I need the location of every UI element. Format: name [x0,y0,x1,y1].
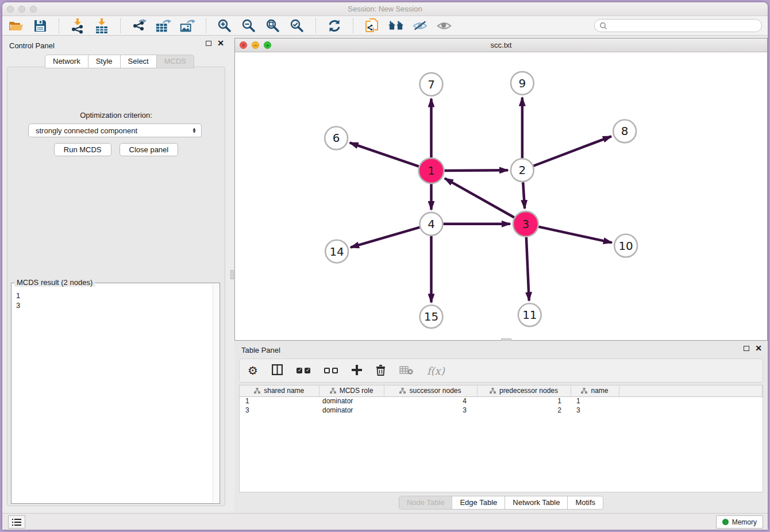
table-cell[interactable]: 1 [240,396,319,406]
tab-mcds[interactable]: MCDS [157,55,194,68]
node-label-3: 3 [522,218,529,231]
import-table-icon[interactable] [94,18,110,34]
zoom-out-icon[interactable] [241,18,257,34]
column-header-predecessor-nodes[interactable]: predecessor nodes [477,385,571,396]
search-input[interactable] [610,22,757,30]
node-label-2: 2 [519,164,526,177]
network-view-window: ✕ − + scc.txt 1234678910111415 [234,38,768,341]
table-tabs: Node TableEdge TableNetwork TableMotifs [234,496,768,510]
deselect-all-checkboxes-icon[interactable] [324,368,338,373]
tab-node-table[interactable]: Node Table [399,496,453,510]
list-icon [12,519,21,526]
table-body: 1dominator4113dominator323 [240,396,763,415]
copy-network-icon[interactable] [364,18,380,34]
task-history-button[interactable] [8,515,25,529]
panel-splitter[interactable] [230,36,234,513]
edge-2-8[interactable] [533,136,611,165]
table-cell[interactable]: 1 [571,396,619,406]
edge-3-10[interactable] [538,227,612,243]
first-neighbors-icon[interactable] [388,18,404,34]
select-all-checkboxes-icon[interactable] [297,368,310,373]
edge-3-1[interactable] [445,178,514,217]
table-row[interactable]: 3dominator323 [240,406,763,415]
app-window: Session: New Session [2,2,768,530]
toolbar-separator [120,18,121,33]
table-cell[interactable]: dominator [319,396,384,406]
search-box[interactable] [594,19,762,32]
network-window-titlebar[interactable]: ✕ − + scc.txt [235,38,767,52]
edge-4-14[interactable] [351,228,419,248]
node-label-6: 6 [333,132,340,145]
export-table-icon[interactable] [155,18,171,34]
table-cell[interactable]: 3 [571,406,619,415]
edge-1-2[interactable] [444,170,508,171]
delete-table-icon[interactable] [399,365,413,376]
split-columns-icon[interactable] [272,364,283,377]
node-label-8: 8 [621,125,629,138]
column-header-successor-nodes[interactable]: successor nodes [384,385,477,396]
column-header-name[interactable]: name [571,385,619,396]
node-label-7: 7 [428,78,435,91]
zoom-fit-icon[interactable] [265,18,281,34]
memory-button[interactable]: Memory [716,515,763,529]
table-cell-filler [619,396,763,406]
hide-selected-icon[interactable] [412,18,428,34]
node-label-4: 4 [428,218,435,231]
export-network-icon[interactable] [131,18,147,34]
table-panel: Table Panel ✕ ⚙ f(x) shared n [234,341,768,513]
column-header-shared-name[interactable]: shared name [240,385,319,396]
tab-edge-table[interactable]: Edge Table [452,496,505,510]
mcds-result-box: MCDS result (2 nodes) 13 [11,283,220,504]
export-image-icon[interactable] [179,18,195,34]
app-titlebar: Session: New Session [2,2,768,16]
column-header-MCDS-role[interactable]: MCDS role [319,385,384,396]
table-row[interactable]: 1dominator411 [240,396,763,406]
zoom-in-icon[interactable] [217,18,233,34]
import-network-icon[interactable] [70,18,86,34]
table-cell[interactable]: 3 [240,406,319,415]
dropdown-value: strongly connected component [36,126,192,135]
apply-function-icon[interactable]: f(x) [427,365,445,377]
toolbar-separator [353,18,353,33]
control-panel: Control Panel ✕ NetworkStyleSelectMCDS O… [2,36,230,513]
float-panel-icon[interactable] [206,41,211,46]
splitter-handle-icon[interactable] [230,270,234,279]
save-session-icon[interactable] [32,18,48,34]
zoom-selected-icon[interactable] [289,18,305,34]
settings-gear-icon[interactable]: ⚙ [248,364,258,377]
result-scrollbar[interactable] [213,284,219,503]
toolbar-separator [315,18,316,33]
tab-motifs[interactable]: Motifs [568,496,603,510]
graph-svg: 1234678910111415 [235,52,767,340]
table-cell[interactable]: 1 [477,396,571,406]
refresh-view-icon[interactable] [326,18,342,34]
close-panel-button[interactable]: Close panel [120,143,179,156]
tab-style[interactable]: Style [88,55,121,68]
tab-network-table[interactable]: Network Table [505,496,568,510]
float-table-panel-icon[interactable] [744,346,749,351]
run-mcds-button[interactable]: Run MCDS [54,143,111,156]
network-canvas[interactable]: 1234678910111415 [235,52,767,340]
show-all-icon[interactable] [436,18,452,34]
edge-1-6[interactable] [350,142,419,166]
tab-network[interactable]: Network [45,55,88,68]
open-folder-icon[interactable] [8,18,24,34]
table-cell[interactable]: dominator [319,406,384,415]
table-cell[interactable]: 2 [477,406,571,415]
close-panel-icon[interactable]: ✕ [217,40,224,46]
table-cell[interactable]: 4 [384,396,477,406]
tab-select[interactable]: Select [121,55,157,68]
delete-column-icon[interactable] [376,364,386,377]
result-line: 1 [16,291,213,300]
edge-2-3[interactable] [523,182,525,209]
add-column-icon[interactable] [352,365,362,377]
node-label-9: 9 [519,77,526,90]
table-cell[interactable]: 3 [384,406,477,415]
close-table-panel-icon[interactable]: ✕ [755,345,762,351]
edge-3-11[interactable] [526,237,529,301]
node-label-14: 14 [329,245,344,259]
optimization-criterion-dropdown[interactable]: strongly connected component ▲▼ [28,124,202,137]
node-table[interactable]: shared nameMCDS rolesuccessor nodesprede… [239,385,763,492]
table-header-row: shared nameMCDS rolesuccessor nodesprede… [240,385,763,396]
table-panel-title: Table Panel [241,346,280,354]
